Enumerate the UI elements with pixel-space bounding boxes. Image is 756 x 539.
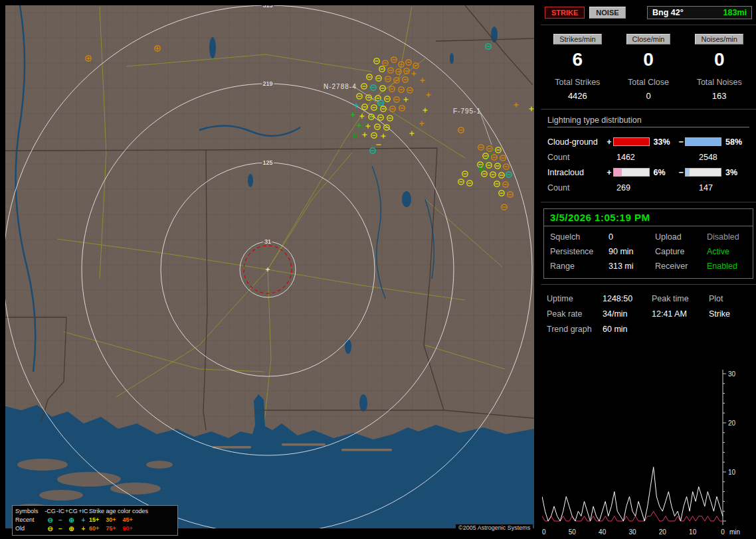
lightning-distribution-panel: Lightning type distribution Cloud-ground… [541, 110, 756, 202]
svg-text:40: 40 [599, 528, 607, 536]
legend-col-ic-neg: -IC [56, 507, 65, 516]
total-strikes-value: 4426 [542, 91, 613, 101]
svg-text:30: 30 [728, 370, 736, 378]
ic-minus-bar [685, 168, 721, 177]
svg-text:N-2788-4: N-2788-4 [324, 83, 357, 90]
svg-text:50: 50 [569, 528, 577, 536]
cg-pos-old-icon: ⊕ [65, 524, 78, 533]
noises-per-min-value: 0 [684, 49, 755, 70]
ic-pos-recent-icon: + [78, 516, 89, 524]
svg-text:10: 10 [728, 469, 736, 476]
svg-text:219: 219 [262, 80, 272, 87]
svg-text:F-795-1: F-795-1 [453, 108, 481, 115]
minus-sign: − [678, 168, 685, 177]
svg-text:30: 30 [628, 528, 636, 536]
capture-value: Active [707, 247, 747, 256]
noises-per-min-chip: Noises/min [695, 34, 743, 44]
cloud-ground-label: Cloud-ground [547, 137, 605, 147]
noise-mode-button[interactable]: NOISE [589, 7, 625, 19]
strikes-stat-column: Strikes/min 6 Total Strikes 4426 [542, 34, 613, 101]
plus-sign: + [605, 168, 613, 177]
intracloud-count-row: Count 269 147 [547, 180, 749, 195]
total-close-label: Total Close [613, 78, 684, 87]
persistence-label: Persistence [550, 247, 609, 256]
svg-text:min: min [729, 528, 740, 536]
plot-label: Plot [709, 294, 750, 303]
squelch-value: 0 [609, 232, 655, 242]
cloud-ground-row: Cloud-ground + 33% − 58% [547, 134, 749, 149]
intracloud-row: Intracloud + 6% − 3% [547, 165, 749, 180]
total-close-value: 0 [613, 91, 684, 101]
persistence-value: 90 min [609, 247, 655, 256]
map-legend: Symbols -CG -IC +CG +IC Strike age color… [12, 505, 178, 536]
cg-plus-count: 1462 [616, 153, 691, 162]
legend-age-title: Strike age color codes [89, 507, 175, 516]
display-mode-bar: STRIKE NOISE Bng 42° 183mi [541, 0, 756, 25]
lightning-map: 31321912531 N-2788-4F-795-1 [0, 0, 539, 539]
ic-neg-old-icon: − [56, 524, 65, 533]
bearing-display: Bng 42° 183mi [647, 6, 752, 19]
capture-label: Capture [655, 247, 707, 256]
intracloud-label: Intracloud [547, 168, 605, 177]
legend-col-cg-neg: -CG [45, 507, 56, 516]
uptime-value: 1248:50 [603, 294, 652, 303]
strike-mode-button[interactable]: STRIKE [545, 7, 585, 19]
minus-sign: − [678, 137, 685, 147]
trend-graph: 1020306050403020100min [541, 363, 756, 539]
plus-sign: + [605, 137, 613, 147]
svg-text:125: 125 [262, 159, 272, 166]
plot-value: Strike [709, 309, 750, 319]
status-grid: Squelch 0 Upload Disabled Persistence 90… [544, 226, 753, 278]
legend-col-ic-pos: +IC [78, 507, 89, 516]
squelch-label: Squelch [550, 232, 609, 242]
bearing-label: Bng 42° [652, 8, 684, 17]
datetime-display: 3/5/2026 1:05:19 PM [544, 209, 753, 226]
ic-plus-count: 269 [616, 183, 691, 193]
ic-minus-count: 147 [699, 183, 713, 193]
close-stat-column: Close/min 0 Total Close 0 [613, 34, 684, 101]
cg-plus-pct: 33% [654, 137, 678, 147]
legend-recent-label: Recent [15, 516, 45, 524]
peak-time-value: 12:41 AM [652, 309, 709, 319]
cg-count-label: Count [547, 153, 609, 162]
strikes-per-min-chip: Strikes/min [553, 34, 601, 44]
receiver-value: Enabled [707, 262, 747, 271]
svg-text:20: 20 [728, 420, 736, 427]
rate-stats: Strikes/min 6 Total Strikes 4426 Close/m… [541, 25, 756, 110]
trend-graph-label: Trend graph [547, 325, 603, 334]
cg-neg-recent-icon: ⊖ [45, 516, 56, 524]
map-area: 31321912531 N-2788-4F-795-1 Symbols -CG … [0, 0, 539, 539]
cloud-ground-count-row: Count 1462 2548 [547, 149, 749, 165]
bearing-distance: 183mi [723, 8, 747, 17]
cg-neg-old-icon: ⊖ [45, 524, 56, 533]
cg-minus-count: 2548 [699, 153, 717, 162]
svg-text:0: 0 [721, 528, 725, 536]
peak-time-label: Peak time [652, 294, 709, 303]
control-sidebar: STRIKE NOISE Bng 42° 183mi Strikes/min 6… [541, 0, 756, 539]
distribution-title: Lightning type distribution [547, 116, 749, 127]
svg-text:31: 31 [264, 238, 271, 245]
trend-graph-canvas: 1020306050403020100min [542, 363, 749, 539]
svg-text:10: 10 [689, 528, 697, 536]
strikes-per-min-value: 6 [542, 49, 613, 70]
cg-pos-recent-icon: ⊕ [65, 516, 78, 524]
legend-symbols-label: Symbols [15, 507, 45, 516]
svg-text:20: 20 [659, 528, 667, 536]
peak-rate-value: 34/min [603, 309, 652, 319]
uptime-label: Uptime [547, 294, 603, 303]
range-value: 313 mi [609, 262, 655, 271]
ic-count-label: Count [547, 183, 609, 193]
ic-minus-pct: 3% [725, 168, 749, 177]
legend-col-cg-pos: +CG [65, 507, 78, 516]
close-per-min-chip: Close/min [626, 34, 671, 44]
ic-plus-pct: 6% [654, 168, 678, 177]
total-strikes-label: Total Strikes [542, 78, 613, 87]
close-per-min-value: 0 [613, 49, 684, 70]
copyright-text: ©2005 Astrogenic Systems [456, 524, 533, 531]
old-age-codes: 60+75+90+ [89, 524, 175, 533]
range-label: Range [550, 262, 609, 271]
ic-pos-old-icon: + [78, 524, 89, 533]
legend-old-label: Old [15, 524, 45, 533]
cg-minus-bar [685, 137, 721, 146]
total-noises-label: Total Noises [684, 78, 755, 87]
